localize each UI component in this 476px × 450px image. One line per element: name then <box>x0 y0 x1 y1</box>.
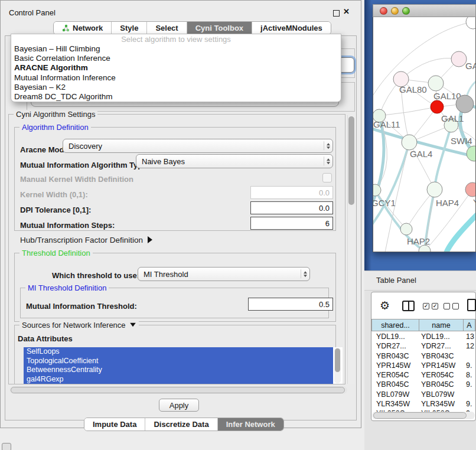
network-node[interactable] <box>431 100 444 113</box>
network-node[interactable] <box>466 17 475 29</box>
sources-collapse-header[interactable]: Sources for Network Inference <box>19 321 139 330</box>
combo-arrows-icon <box>301 269 307 278</box>
group-title: MI Threshold Definition <box>25 283 109 292</box>
algorithm-option[interactable]: Basic Correlation Inference <box>11 54 341 63</box>
network-edge[interactable] <box>446 212 475 252</box>
table-cell: YPR145W <box>419 361 464 370</box>
close-icon[interactable]: ✕ <box>343 7 350 16</box>
table-cell: YBR043C <box>419 351 464 361</box>
tab-label: Style <box>120 24 138 32</box>
network-node-hap2[interactable] <box>400 223 412 235</box>
node-label: GAL <box>465 61 475 71</box>
settings-vertical-scrollbar-thumb[interactable] <box>348 116 354 205</box>
network-node-swi4[interactable] <box>467 146 475 161</box>
mi-threshold-field[interactable] <box>248 298 333 311</box>
network-edge[interactable] <box>435 125 451 190</box>
settings-horizontal-scrollbar-thumb[interactable] <box>11 387 345 393</box>
export-table-icon[interactable] <box>467 299 476 311</box>
table-row[interactable]: YBR045CYBR045C9. <box>371 380 475 389</box>
network-edge[interactable] <box>379 107 437 116</box>
tab-label: Cyni Toolbox <box>195 24 243 32</box>
network-node-gal4[interactable] <box>402 135 417 150</box>
table-body: YDL19...YDL19...13YDR27...YDR27...12YBR0… <box>371 332 475 412</box>
float-window-icon[interactable] <box>333 10 340 17</box>
tab-label: jActiveMNodules <box>260 24 322 32</box>
network-edge[interactable] <box>401 58 459 79</box>
node-label: GCY1 <box>373 198 396 208</box>
tab-impute-data[interactable]: Impute Data <box>84 418 145 431</box>
attribute-option-selected[interactable]: TopologicalCoefficient <box>24 357 333 366</box>
column-header[interactable]: A <box>464 319 475 331</box>
gear-icon[interactable]: ⚙ <box>380 299 390 312</box>
zoom-traffic-light-icon[interactable] <box>402 7 410 15</box>
table-cell: YDL19... <box>419 332 464 341</box>
dpi-tolerance-field[interactable] <box>250 201 333 214</box>
attributes-scrollbar-thumb[interactable] <box>335 348 340 372</box>
deselect-all-checkboxes-icon[interactable] <box>444 303 459 309</box>
table-row[interactable]: YER054CYER054C8. <box>371 370 475 380</box>
algorithm-option[interactable]: Dream8 DC_TDC Algorithm <box>11 92 341 102</box>
tab-infer-network[interactable]: Infer Network <box>218 418 283 431</box>
table-row[interactable]: YDL19...YDL19...13 <box>371 332 475 341</box>
network-node-hap4[interactable] <box>427 182 442 197</box>
tab-jactivemnodules[interactable]: jActiveMNodules <box>252 22 331 34</box>
column-header[interactable]: shared... <box>371 319 419 331</box>
table-cell: YDR27... <box>419 341 464 351</box>
algorithm-option[interactable]: Bayesian – Hill Climbing <box>11 44 341 54</box>
checked-box-icon: ✓ <box>423 303 429 309</box>
tab-discretize-data[interactable]: Discretize Data <box>145 418 217 431</box>
node-label: SWI4 <box>451 136 472 146</box>
network-node-y[interactable] <box>465 182 475 197</box>
tab-label: Network <box>73 24 103 32</box>
docked-window-icon[interactable] <box>2 443 11 450</box>
table-cell: YBL079W <box>419 390 464 399</box>
data-attributes-list: SelfLoopsTopologicalCoefficientBetweenne… <box>24 347 343 384</box>
kernel-width-field[interactable] <box>250 186 333 199</box>
column-header[interactable]: name <box>419 319 464 331</box>
table-cell: 8. <box>464 370 475 380</box>
manual-kernel-checkbox[interactable] <box>322 173 332 182</box>
tab-select[interactable]: Select <box>147 22 187 34</box>
expand-triangle-icon <box>148 236 152 243</box>
tab-network[interactable]: Network <box>54 22 112 34</box>
attribute-option-selected[interactable]: gal4RGexp <box>24 375 333 384</box>
attribute-option-selected[interactable]: SelfLoops <box>24 347 333 357</box>
node-label: GAL80 <box>399 84 427 94</box>
attribute-option-selected[interactable]: BetweennessCentrality <box>24 366 333 375</box>
table-panel-title: Table Panel <box>376 276 416 285</box>
mi-algorithm-type-select[interactable]: Naive Bayes <box>136 154 333 168</box>
which-threshold-select[interactable]: MI Threshold <box>138 267 310 281</box>
table-row[interactable]: YPR145WYPR145W9. <box>371 361 475 370</box>
node-label: GAL4 <box>410 149 432 159</box>
tab-style[interactable]: Style <box>112 22 147 34</box>
unchecked-box-icon <box>444 303 450 309</box>
table-cell: 9. <box>464 380 475 389</box>
algorithm-option[interactable]: Mutual Information Inference <box>11 73 341 83</box>
apply-button[interactable]: Apply <box>159 399 199 412</box>
minimize-traffic-light-icon[interactable] <box>391 7 399 15</box>
table-row[interactable]: YBL079WYBL079W <box>371 390 475 399</box>
mi-type-value: Naive Bayes <box>142 157 185 166</box>
table-cell: YER054C <box>419 370 464 380</box>
table-cell: YDR27... <box>371 341 419 351</box>
table-header-row: shared...nameA <box>371 319 475 331</box>
aracne-mode-select[interactable]: Discovery <box>63 139 333 153</box>
mi-steps-field[interactable] <box>250 217 333 230</box>
algorithm-option[interactable]: Bayesian – K2 <box>11 83 341 92</box>
select-all-checkboxes-icon[interactable]: ✓✓ <box>423 303 438 309</box>
network-node[interactable] <box>456 95 474 113</box>
table-horizontal-scrollbar-thumb[interactable] <box>373 412 467 419</box>
algorithm-option[interactable]: ARACNE Algorithm <box>11 63 341 73</box>
close-traffic-light-icon[interactable] <box>380 7 387 15</box>
table-row[interactable]: YDR27...YDR27...12 <box>371 341 475 351</box>
network-canvas[interactable]: GALGAL80GAL10GAL1GAL11SWI4GAL4GCY1HAP4YH… <box>373 17 475 252</box>
mi-steps-label: Mutual Information Steps: <box>20 221 115 230</box>
network-node-gal[interactable] <box>451 51 467 67</box>
tab-cyni-toolbox[interactable]: Cyni Toolbox <box>187 22 252 34</box>
columns-icon[interactable] <box>402 301 415 311</box>
table-row[interactable]: YBR043CYBR043C <box>371 351 475 361</box>
hub-definition-expander[interactable]: Hub/Transcription Factor Definition <box>20 236 152 244</box>
network-node-gal10[interactable] <box>428 76 444 91</box>
table-cell: YBR045C <box>419 380 464 389</box>
table-row[interactable]: YLR345WYLR345W9. <box>371 399 475 409</box>
